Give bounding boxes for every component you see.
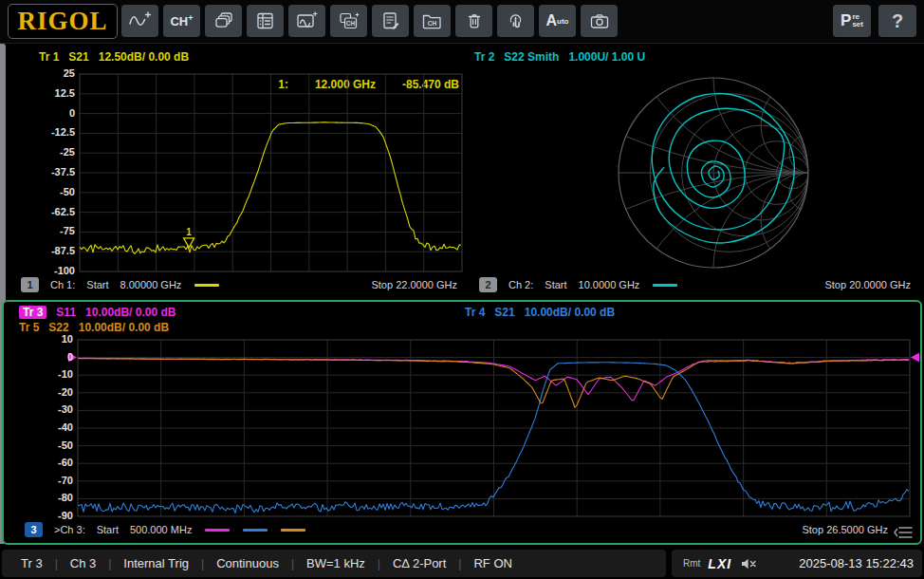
ch3-plot [4,302,920,543]
status-bar: Tr 3|Ch 3|Internal Trig|Continuous|BW=1 … [0,548,924,579]
ch2-footer: 2 Ch 2: Start 10.0000 GHz Stop 20.0000 G… [465,273,922,296]
trace3-color-swatch [205,529,230,532]
window-layout-button[interactable] [205,5,242,37]
trace4-name: Tr 4 [465,306,485,319]
add-channel-button[interactable]: CH+ [163,5,200,37]
marker1-readout: 1:12.000 GHz-85.470 dB [278,78,459,91]
menu-expand-icon[interactable] [894,525,915,540]
channel3-panel[interactable]: Tr 3S1110.00dB/ 0.00 dB Tr 4S2110.00dB/ … [2,300,922,545]
status-item-bw-1-khz[interactable]: BW=1 kHz [306,556,365,570]
svg-text:1: 1 [186,227,192,237]
toolbar-button-group: CH+CHCHAuto [121,5,618,37]
trace2-color-swatch [653,284,677,287]
y-axis-label: -60 [4,457,73,468]
y-axis-label: 0 [7,107,75,119]
y-axis-label: -25 [7,146,75,158]
y-axis-label: 12.5 [7,87,75,99]
ch3-stop-frequency: 26.5000 GHz [826,524,888,535]
status-item-tr-3[interactable]: Tr 3 [21,556,43,570]
ch2-label: Ch 2: [508,279,533,290]
status-separator: | [108,557,111,570]
trace5-name: Tr 5 [19,321,39,334]
toolbar: RIGOL CH+CHCHAuto P reset ? [0,0,924,44]
help-button[interactable]: ? [878,5,916,37]
lxi-indicator: LXI [708,556,731,571]
trace-settings-button[interactable] [372,5,409,37]
ch3-footer: 3 >Ch 3: Start 500.000 MHz Stop 26.5000 … [4,518,920,541]
trash-icon [465,11,484,30]
doc-edit-icon [380,11,401,30]
trace3-name-badge[interactable]: Tr 3 [19,306,46,319]
ch1-footer: 1 Ch 1: Start 8.00000 GHz Stop 22.0000 G… [7,273,463,296]
copy-channel-button[interactable]: CH [330,5,367,37]
touch-button[interactable] [497,5,534,37]
ch2-badge[interactable]: 2 [479,277,497,292]
ch1-stop-frequency: 22.0000 GHz [396,279,457,290]
ch3-badge[interactable]: 3 [25,522,43,537]
add-trace-button[interactable] [121,5,158,37]
channel-add-icon: CH+ [170,13,193,28]
folder-ch-icon: CH [421,11,443,30]
ch3-start-frequency: 500.000 MHz [130,524,192,535]
trace1-name: Tr 1 [39,50,59,64]
channel2-panel[interactable]: Tr 2S22 Smith1.000U/ 1.00 U 2 Ch 2: Star… [465,44,922,298]
remote-indicator: Rmt [683,558,700,569]
meas-table-icon [255,11,276,30]
y-axis-label: -80 [4,492,73,503]
trace2-header[interactable]: Tr 2S22 Smith1.000U/ 1.00 U [474,50,645,64]
trace5-header[interactable]: Tr 5S2210.00dB/ 0.00 dB [19,321,169,334]
help-label: ? [892,10,903,32]
trace1-color-swatch [194,284,219,287]
ch1-start-frequency: 8.00000 GHz [120,279,182,290]
ch1-badge[interactable]: 1 [21,277,39,292]
stack-icon [213,11,234,30]
delete-button[interactable] [455,5,492,37]
svg-text:CH: CH [346,20,356,27]
y-axis-label: -70 [4,475,73,486]
trace-window-button[interactable] [288,5,325,37]
save-channel-button[interactable]: CH [414,5,451,37]
trace2-name: Tr 2 [474,50,494,64]
trace1-header[interactable]: Tr 1S2112.50dB/ 0.00 dB [39,50,189,64]
touch-icon [506,11,526,30]
camera-icon [589,11,610,30]
y-axis-label: -50 [7,186,75,197]
y-axis-label: -10 [4,368,73,380]
auto-icon: Auto [546,12,569,29]
y-axis-label: -90 [4,510,73,521]
vna-screen: RIGOL CH+CHCHAuto P reset ? Tr 1S2112.50… [0,0,924,579]
trace-window-icon [296,11,318,30]
status-item-ch-3[interactable]: Ch 3 [70,556,96,570]
channel-copy-icon: CH [338,11,360,30]
screenshot-button[interactable] [581,5,618,37]
svg-text:CH: CH [428,20,437,27]
preset-sub-label: reset [852,13,863,28]
ch1-label: Ch 1: [50,279,75,290]
auto-scale-button[interactable]: Auto [539,5,576,37]
y-axis-label: -40 [4,421,73,433]
trace-add-icon [128,10,152,31]
measurement-setup-button[interactable] [247,5,284,37]
trace5-color-swatch [281,529,305,532]
trace4-header[interactable]: Tr 4S2110.00dB/ 0.00 dB [465,306,615,319]
trace3-header[interactable]: Tr 3S1110.00dB/ 0.00 dB [19,306,176,319]
status-right: Rmt LXI 2025-08-13 15:22:43 [672,550,922,577]
status-item-internal-trig[interactable]: Internal Trig [123,556,189,570]
y-axis-label: -75 [7,225,75,236]
status-separator: | [378,557,380,570]
preset-button[interactable]: P reset [833,5,871,37]
status-item-continuous[interactable]: Continuous [216,556,279,570]
y-axis-label: 0 [4,351,73,363]
speaker-muted-icon [740,557,757,570]
ch3-label: >Ch 3: [54,524,85,535]
status-item-rf-on[interactable]: RF ON [473,556,511,570]
y-axis-label: -62.5 [7,206,75,217]
ch2-start-frequency: 10.0000 GHz [579,279,640,290]
ch2-smith-plot [465,44,922,298]
status-separator: | [458,557,461,570]
y-axis-label: -20 [4,386,73,398]
channel1-panel[interactable]: Tr 1S2112.50dB/ 0.00 dB 1:12.000 GHz-85.… [7,44,463,298]
status-separator: | [291,557,294,570]
y-axis-label: -87.5 [7,245,75,256]
status-item-c-2-port[interactable]: CΔ 2-Port [393,556,446,570]
